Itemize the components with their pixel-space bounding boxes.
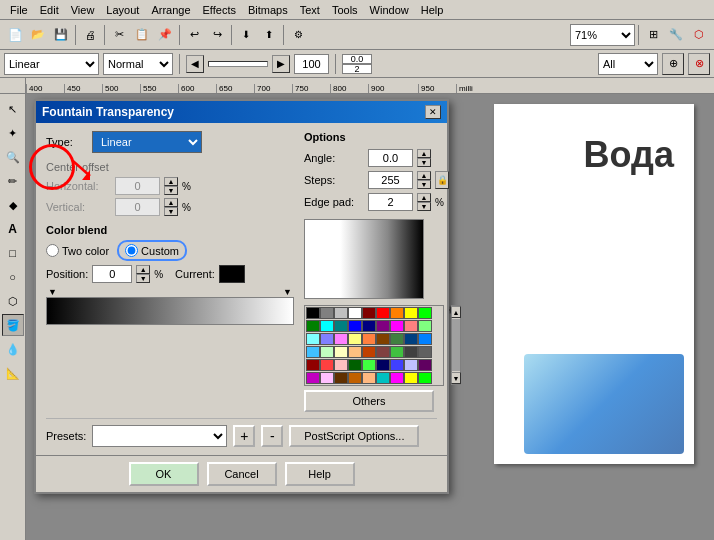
move-left-btn[interactable]: ◀	[186, 55, 204, 73]
menubar-text[interactable]: Text	[294, 2, 326, 18]
palette-scrollbar[interactable]: ▲ ▼	[451, 305, 461, 385]
layer-btn2[interactable]: ⊗	[688, 53, 710, 75]
color-cell[interactable]	[334, 333, 348, 345]
y-coord[interactable]	[342, 64, 372, 74]
value-input[interactable]	[294, 54, 329, 74]
menubar-arrange[interactable]: Arrange	[145, 2, 196, 18]
color-cell[interactable]	[390, 372, 404, 384]
eyedrop-tool[interactable]: 💧	[2, 338, 24, 360]
menubar-effects[interactable]: Effects	[197, 2, 242, 18]
color-cell[interactable]	[362, 359, 376, 371]
pos-dn-btn[interactable]: ▼	[136, 274, 150, 283]
color-cell[interactable]	[334, 307, 348, 319]
color-cell[interactable]	[334, 346, 348, 358]
rect-tool[interactable]: □	[2, 242, 24, 264]
color-cell[interactable]	[348, 320, 362, 332]
color-cell[interactable]	[376, 320, 390, 332]
dialog-close-btn[interactable]: ✕	[425, 105, 441, 119]
menubar-help[interactable]: Help	[415, 2, 450, 18]
color-cell[interactable]	[320, 359, 334, 371]
interact-tool[interactable]: 📐	[2, 362, 24, 384]
color-cell[interactable]	[348, 372, 362, 384]
menubar-bitmaps[interactable]: Bitmaps	[242, 2, 294, 18]
paste-btn[interactable]: 📌	[154, 24, 176, 46]
menubar-tools[interactable]: Tools	[326, 2, 364, 18]
app-launcher-btn[interactable]: ⚙	[287, 24, 309, 46]
print-btn[interactable]: 🖨	[79, 24, 101, 46]
color-cell[interactable]	[362, 346, 376, 358]
h-up-btn[interactable]: ▲	[164, 177, 178, 186]
postcript-btn[interactable]: PostScript Options...	[289, 425, 419, 447]
preset-add-btn[interactable]: +	[233, 425, 255, 447]
color-cell[interactable]	[320, 346, 334, 358]
freehand-tool[interactable]: ✏	[2, 170, 24, 192]
steps-up[interactable]: ▲	[417, 171, 431, 180]
scroll-up[interactable]: ▲	[451, 306, 461, 318]
color-cell[interactable]	[348, 346, 362, 358]
v-dn-btn[interactable]: ▼	[164, 207, 178, 216]
edge-pad-input[interactable]	[368, 193, 413, 211]
ellipse-tool[interactable]: ○	[2, 266, 24, 288]
snap-btn[interactable]: ⊞	[642, 24, 664, 46]
custom-radio[interactable]	[125, 244, 138, 257]
new-btn[interactable]: 📄	[4, 24, 26, 46]
color-cell[interactable]	[320, 333, 334, 345]
color-cell[interactable]	[320, 320, 334, 332]
color-cell[interactable]	[418, 359, 432, 371]
shape-tool[interactable]: ✦	[2, 122, 24, 144]
menubar-edit[interactable]: Edit	[34, 2, 65, 18]
current-color-swatch[interactable]	[219, 265, 245, 283]
ok-button[interactable]: OK	[129, 462, 199, 486]
color-cell[interactable]	[320, 307, 334, 319]
scroll-thumb[interactable]	[452, 319, 460, 371]
layer-btn1[interactable]: ⊕	[662, 53, 684, 75]
poly-tool[interactable]: ⬡	[2, 290, 24, 312]
color-cell[interactable]	[404, 307, 418, 319]
color-cell[interactable]	[418, 372, 432, 384]
cancel-button[interactable]: Cancel	[207, 462, 277, 486]
color-cell[interactable]	[404, 333, 418, 345]
color-mgr-btn[interactable]: ⬡	[688, 24, 710, 46]
import-btn[interactable]: ⬇	[235, 24, 257, 46]
color-cell[interactable]	[390, 307, 404, 319]
save-btn[interactable]: 💾	[50, 24, 72, 46]
color-cell[interactable]	[390, 359, 404, 371]
lock-btn[interactable]: 🔒	[435, 171, 449, 189]
position-input[interactable]	[92, 265, 132, 283]
color-cell[interactable]	[362, 320, 376, 332]
slider-track[interactable]	[208, 61, 268, 67]
others-btn[interactable]: Others	[304, 390, 434, 412]
color-cell[interactable]	[320, 372, 334, 384]
color-cell[interactable]	[306, 372, 320, 384]
color-cell[interactable]	[306, 307, 320, 319]
options-btn[interactable]: 🔧	[665, 24, 687, 46]
h-dn-btn[interactable]: ▼	[164, 186, 178, 195]
menubar-view[interactable]: View	[65, 2, 101, 18]
vertical-input[interactable]	[115, 198, 160, 216]
mode-dropdown[interactable]: NormalAddSubtract	[103, 53, 173, 75]
color-cell[interactable]	[362, 333, 376, 345]
preset-del-btn[interactable]: -	[261, 425, 283, 447]
color-cell[interactable]	[390, 346, 404, 358]
custom-radio-label[interactable]: Custom	[117, 240, 187, 261]
color-cell[interactable]	[418, 333, 432, 345]
color-cell[interactable]	[348, 333, 362, 345]
color-cell[interactable]	[404, 372, 418, 384]
color-cell[interactable]	[418, 320, 432, 332]
ep-up[interactable]: ▲	[417, 193, 431, 202]
two-color-radio-label[interactable]: Two color	[46, 244, 109, 257]
undo-btn[interactable]: ↩	[183, 24, 205, 46]
color-cell[interactable]	[376, 372, 390, 384]
select-tool[interactable]: ↖	[2, 98, 24, 120]
horizontal-input[interactable]	[115, 177, 160, 195]
color-cell[interactable]	[306, 320, 320, 332]
layer-select[interactable]: All	[598, 53, 658, 75]
color-cell[interactable]	[334, 320, 348, 332]
menubar-file[interactable]: File	[4, 2, 34, 18]
color-cell[interactable]	[362, 307, 376, 319]
color-cell[interactable]	[348, 307, 362, 319]
color-cell[interactable]	[404, 359, 418, 371]
color-cell[interactable]	[418, 307, 432, 319]
color-cell[interactable]	[334, 359, 348, 371]
help-button[interactable]: Help	[285, 462, 355, 486]
